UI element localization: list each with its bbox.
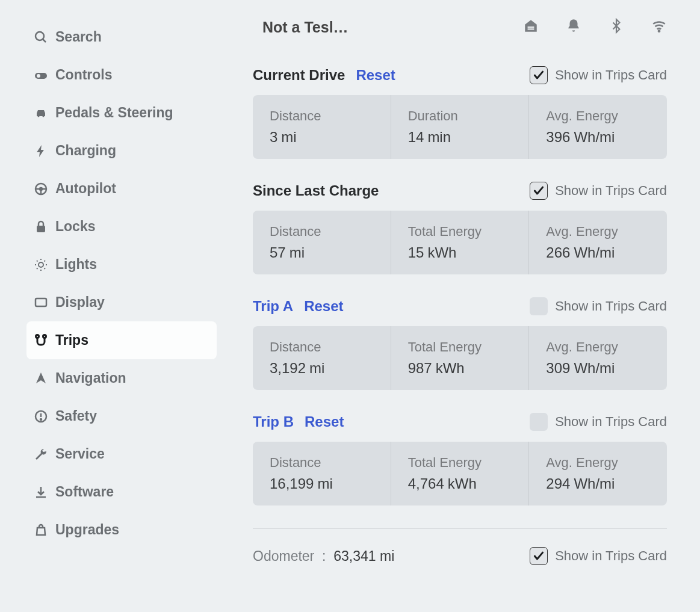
- sidebar-item-label: Search: [55, 29, 102, 45]
- stat-label: Avg. Energy: [546, 108, 650, 124]
- sidebar-item-label: Trips: [55, 332, 88, 348]
- stat-value: 3,192mi: [270, 360, 374, 377]
- sidebar-item-locks[interactable]: Locks: [26, 208, 217, 246]
- section-title[interactable]: Trip B: [253, 413, 294, 430]
- sidebar-item-pedals-steering[interactable]: Pedals & Steering: [26, 94, 217, 132]
- svg-point-7: [40, 188, 42, 190]
- sidebar-item-label: Autopilot: [55, 181, 116, 197]
- sidebar-item-autopilot[interactable]: Autopilot: [26, 170, 217, 208]
- trip-sections: Current DriveResetShow in Trips CardDist…: [253, 66, 667, 505]
- car-icon: [34, 106, 55, 120]
- sidebar-item-controls[interactable]: Controls: [26, 56, 217, 94]
- show-in-card-toggle[interactable]: Show in Trips Card: [530, 66, 667, 84]
- svg-point-9: [39, 262, 43, 267]
- svg-point-15: [40, 419, 42, 420]
- bell-icon[interactable]: [566, 18, 581, 36]
- show-in-card-label: Show in Trips Card: [555, 414, 667, 430]
- trip-section-1: Since Last ChargeShow in Trips CardDista…: [253, 182, 667, 274]
- svg-rect-18: [528, 28, 534, 29]
- trip-section-3: Trip BResetShow in Trips CardDistance16,…: [253, 413, 667, 505]
- section-title[interactable]: Trip A: [253, 298, 293, 315]
- sidebar-item-label: Navigation: [55, 370, 126, 386]
- sidebar-item-display[interactable]: Display: [26, 283, 217, 321]
- sidebar-item-label: Service: [55, 446, 105, 462]
- profile-name: Not a Tesl…: [262, 19, 348, 36]
- checkbox-icon[interactable]: [530, 297, 548, 315]
- profile-selector[interactable]: Not a Tesl…: [253, 19, 348, 36]
- stat-cell: Distance57mi: [253, 211, 391, 274]
- odometer-show-toggle[interactable]: Show in Trips Card: [530, 547, 667, 565]
- bulb-icon: [34, 258, 55, 272]
- stat-value: 396Wh/mi: [546, 129, 650, 146]
- stat-value: 57mi: [270, 244, 374, 261]
- wifi-icon[interactable]: [651, 18, 667, 36]
- stat-cell: Total Energy15kWh: [391, 211, 530, 274]
- odometer-label: Odometer : 63,341 mi: [253, 548, 394, 564]
- sidebar-item-search[interactable]: Search: [26, 18, 217, 56]
- garage-icon[interactable]: [523, 18, 539, 36]
- show-in-card-toggle[interactable]: Show in Trips Card: [530, 182, 667, 200]
- stat-value: 987kWh: [408, 360, 512, 377]
- lock-icon: [34, 220, 55, 234]
- sidebar-item-lights[interactable]: Lights: [26, 246, 217, 283]
- bolt-icon: [34, 144, 55, 158]
- sidebar-item-label: Safety: [55, 408, 97, 424]
- show-in-card-label: Show in Trips Card: [555, 183, 667, 199]
- download-icon: [34, 485, 55, 499]
- svg-point-0: [36, 32, 44, 40]
- svg-point-4: [38, 115, 40, 117]
- sidebar-item-label: Lights: [55, 256, 97, 273]
- checkbox-icon[interactable]: [530, 413, 548, 431]
- stat-value: 266Wh/mi: [546, 244, 650, 261]
- stat-cell: Distance3mi: [253, 95, 391, 159]
- stat-label: Avg. Energy: [546, 224, 650, 240]
- show-in-card-label: Show in Trips Card: [555, 298, 667, 314]
- checkbox-icon[interactable]: [530, 66, 548, 84]
- section-title: Current Drive: [253, 67, 345, 84]
- checkbox-icon[interactable]: [530, 182, 548, 200]
- status-bar: [523, 18, 667, 36]
- trip-section-0: Current DriveResetShow in Trips CardDist…: [253, 66, 667, 159]
- section-header: Since Last ChargeShow in Trips Card: [253, 182, 667, 200]
- sidebar-item-upgrades[interactable]: Upgrades: [26, 511, 217, 549]
- steering-icon: [34, 182, 55, 196]
- stats-card: Distance3miDuration14minAvg. Energy396Wh…: [253, 95, 667, 159]
- wrench-icon: [34, 447, 55, 462]
- stat-label: Distance: [270, 455, 374, 471]
- stat-cell: Distance16,199mi: [253, 442, 391, 505]
- sidebar: SearchControlsPedals & SteeringChargingA…: [0, 0, 229, 612]
- show-in-card-toggle[interactable]: Show in Trips Card: [530, 413, 667, 431]
- svg-line-1: [43, 39, 46, 42]
- svg-point-5: [43, 115, 45, 117]
- stat-cell: Duration14min: [391, 95, 530, 159]
- search-icon: [34, 30, 55, 45]
- sidebar-item-label: Software: [55, 484, 114, 500]
- sidebar-item-label: Pedals & Steering: [55, 105, 173, 121]
- sidebar-item-trips[interactable]: Trips: [26, 321, 217, 359]
- stat-label: Distance: [270, 108, 374, 124]
- sidebar-item-navigation[interactable]: Navigation: [26, 359, 217, 397]
- sidebar-item-safety[interactable]: Safety: [26, 397, 217, 435]
- arrow-icon: [34, 371, 55, 386]
- stat-label: Avg. Energy: [546, 339, 650, 355]
- stat-cell: Avg. Energy396Wh/mi: [529, 95, 667, 159]
- sidebar-item-software[interactable]: Software: [26, 473, 217, 511]
- sidebar-item-charging[interactable]: Charging: [26, 132, 217, 170]
- stat-value: 294Wh/mi: [546, 475, 650, 492]
- reset-button[interactable]: Reset: [305, 413, 344, 430]
- sidebar-item-service[interactable]: Service: [26, 435, 217, 473]
- reset-button[interactable]: Reset: [356, 67, 395, 84]
- checkbox-checked-icon[interactable]: [530, 547, 548, 565]
- svg-rect-10: [36, 298, 46, 306]
- reset-button[interactable]: Reset: [304, 298, 343, 315]
- svg-point-3: [37, 74, 40, 78]
- show-in-card-toggle[interactable]: Show in Trips Card: [530, 297, 667, 315]
- route-icon: [34, 333, 55, 348]
- stat-cell: Total Energy987kWh: [391, 326, 530, 390]
- header: Not a Tesl…: [253, 18, 667, 36]
- bluetooth-icon[interactable]: [609, 18, 624, 36]
- sidebar-item-label: Controls: [55, 67, 113, 83]
- svg-point-11: [36, 335, 39, 338]
- svg-point-12: [43, 335, 46, 338]
- stat-cell: Avg. Energy266Wh/mi: [529, 211, 667, 274]
